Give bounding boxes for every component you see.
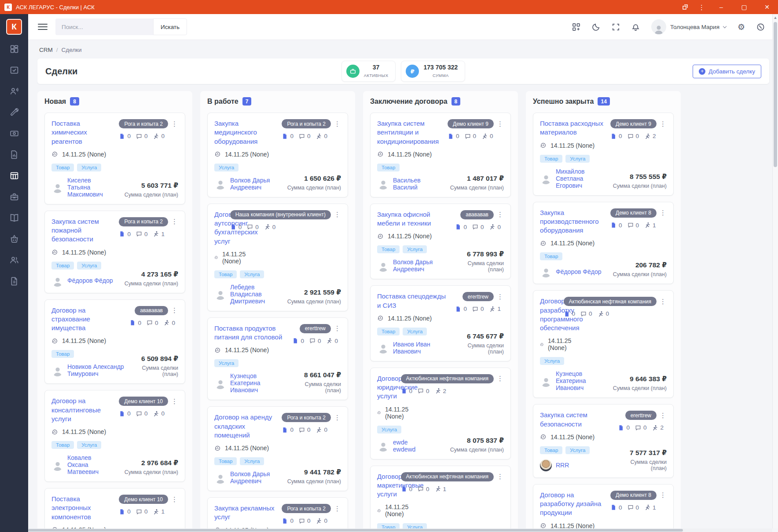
deal-card[interactable]: Закупка производственного оборудования 1… bbox=[533, 202, 674, 284]
card-menu-icon[interactable]: ⋮ bbox=[171, 306, 178, 314]
deal-card[interactable]: Поставка продуктов питания для столовой … bbox=[207, 317, 348, 401]
card-menu-icon[interactable]: ⋮ bbox=[659, 209, 667, 217]
settings-gear-icon[interactable]: ⚙ bbox=[738, 23, 745, 31]
deal-title-link[interactable]: Закупка систем вентиляции и кондициониро… bbox=[377, 119, 442, 146]
card-menu-icon[interactable]: ⋮ bbox=[334, 505, 341, 513]
deal-title-link[interactable]: Договор на аренду складских помещений bbox=[214, 413, 276, 440]
deal-title-link[interactable]: Закупка производственного оборудования bbox=[540, 208, 605, 235]
minimize-button[interactable]: – bbox=[715, 4, 728, 11]
deal-title-link[interactable]: Поставка спецодежды и СИЗ bbox=[377, 292, 450, 310]
fullscreen-icon[interactable] bbox=[612, 23, 620, 31]
horizontal-scrollbar[interactable] bbox=[28, 528, 772, 532]
card-menu-icon[interactable]: ⋮ bbox=[171, 120, 178, 128]
deal-card[interactable]: Закупка систем безопасности 14.11.25 (No… bbox=[533, 404, 674, 478]
assignee-link[interactable]: Новиков Александр Тимурович bbox=[67, 363, 124, 377]
card-menu-icon[interactable]: ⋮ bbox=[659, 412, 667, 419]
sidebar-item-people[interactable] bbox=[10, 255, 19, 265]
scroll-up-arrow[interactable]: ▲ bbox=[773, 14, 778, 20]
extensions-icon[interactable] bbox=[682, 4, 689, 11]
vertical-scroll-thumb[interactable] bbox=[774, 22, 777, 167]
deal-card[interactable]: Договор на аренду складских помещений 14… bbox=[207, 406, 348, 491]
deal-card[interactable]: Договор на юридические услуги 14.11.25 (… bbox=[370, 368, 511, 459]
deal-title-link[interactable]: Договор на консалтинговые услуги bbox=[51, 397, 114, 423]
card-menu-icon[interactable]: ⋮ bbox=[171, 496, 178, 503]
card-menu-icon[interactable]: ⋮ bbox=[496, 375, 504, 383]
card-menu-icon[interactable]: ⋮ bbox=[171, 218, 178, 226]
card-menu-icon[interactable]: ⋮ bbox=[659, 298, 667, 306]
deal-card[interactable]: Договор на разработку дизайна продукции … bbox=[533, 484, 674, 532]
card-menu-icon[interactable]: ⋮ bbox=[334, 324, 341, 332]
assignee[interactable]: Новиков Александр Тимурович bbox=[51, 363, 124, 377]
card-menu-icon[interactable]: ⋮ bbox=[659, 491, 667, 499]
card-menu-icon[interactable]: ⋮ bbox=[496, 120, 504, 128]
deal-title-link[interactable]: Закупка систем пожарной безопасности bbox=[51, 217, 114, 244]
deal-card[interactable]: Договор на страхование имущества 14.11.2… bbox=[44, 299, 185, 384]
horizontal-scroll-thumb[interactable] bbox=[28, 529, 683, 532]
card-menu-icon[interactable]: ⋮ bbox=[659, 120, 667, 128]
deal-title-link[interactable]: Поставка продуктов питания для столовой bbox=[214, 324, 287, 342]
deal-card[interactable]: Поставка расходных материалов 14.11.25 (… bbox=[533, 113, 674, 196]
close-button[interactable]: ✕ bbox=[760, 4, 774, 11]
deal-title-link[interactable]: Договор на страхование имущества bbox=[51, 306, 124, 333]
browser-menu-icon[interactable]: ⋮ bbox=[698, 4, 705, 11]
sidebar-item-library[interactable] bbox=[10, 213, 19, 222]
dark-mode-moon-icon[interactable] bbox=[592, 23, 600, 31]
add-deal-button[interactable]: + Добавить сделку bbox=[693, 65, 761, 78]
deal-title-link[interactable]: Договор на разработку дизайна продукции bbox=[540, 491, 605, 517]
assignee[interactable]: Михайлов Светлана Егорович bbox=[540, 168, 605, 189]
assignee-link[interactable]: Васильев Василий bbox=[393, 177, 442, 191]
user-menu[interactable]: Толонцева Мария bbox=[651, 19, 726, 34]
assignee[interactable]: Волков Дарья Андреевич bbox=[377, 259, 450, 273]
deal-card[interactable]: Закупка систем вентиляции и кондициониро… bbox=[370, 113, 511, 197]
sidebar-item-payments[interactable] bbox=[10, 129, 19, 138]
breadcrumb-root[interactable]: CRM bbox=[39, 47, 53, 53]
assignee-link[interactable]: Ковалев Оксана Матвеевич bbox=[67, 454, 114, 475]
deal-title-link[interactable]: Закупка рекламных услуг bbox=[214, 504, 276, 522]
deal-card[interactable]: Закупка медицинского оборудования 14.11.… bbox=[207, 113, 348, 197]
sidebar-item-cases[interactable] bbox=[10, 192, 19, 201]
sidebar-item-reports[interactable] bbox=[10, 150, 19, 159]
assignee[interactable]: Ковалев Оксана Матвеевич bbox=[51, 454, 114, 475]
assignee-link[interactable]: RRR bbox=[556, 462, 569, 469]
app-logo[interactable]: К bbox=[6, 19, 22, 35]
deal-card[interactable]: Договор на аутсорсинг бухгалтерских услу… bbox=[207, 204, 348, 311]
assignee-link[interactable]: Волков Дарья Андреевич bbox=[230, 470, 276, 485]
assignee[interactable]: Фёдоров Фёдор bbox=[51, 275, 113, 287]
maximize-button[interactable]: ▢ bbox=[738, 4, 751, 11]
card-menu-icon[interactable]: ⋮ bbox=[496, 293, 504, 301]
notifications-bell-icon[interactable] bbox=[631, 23, 640, 31]
card-menu-icon[interactable]: ⋮ bbox=[334, 120, 341, 128]
sidebar-item-clients[interactable] bbox=[10, 87, 19, 96]
assignee-link[interactable]: Иванов Иван Иванович bbox=[393, 341, 450, 355]
deal-title-link[interactable]: Закупка систем безопасности bbox=[540, 411, 613, 429]
sidebar-item-documents[interactable] bbox=[10, 277, 19, 286]
deal-title-link[interactable]: Закупка офисной мебели и техники bbox=[377, 210, 450, 228]
card-menu-icon[interactable]: ⋮ bbox=[334, 211, 341, 219]
deal-card[interactable]: Поставка электронных компонентов 14.11.2… bbox=[44, 488, 185, 532]
assignee-link[interactable]: Волков Дарья Андреевич bbox=[393, 259, 450, 273]
sidebar-item-tasks[interactable] bbox=[10, 66, 19, 75]
card-menu-icon[interactable]: ⋮ bbox=[171, 397, 178, 405]
assignee[interactable]: Иванов Иван Иванович bbox=[377, 341, 450, 355]
assignee-link[interactable]: Фёдоров Фёдор bbox=[556, 268, 601, 275]
vertical-scrollbar[interactable]: ▲ bbox=[772, 14, 778, 528]
assignee[interactable]: RRR bbox=[540, 459, 569, 471]
search-button[interactable]: Искать bbox=[153, 18, 187, 35]
card-menu-icon[interactable]: ⋮ bbox=[334, 414, 341, 422]
deal-card[interactable]: Поставка спецодежды и СИЗ 14.11.25 (None… bbox=[370, 285, 511, 361]
circle-slash-icon[interactable] bbox=[756, 23, 765, 31]
deal-title-link[interactable]: Поставка электронных компонентов bbox=[51, 495, 114, 521]
assignee-link[interactable]: Фёдоров Фёдор bbox=[67, 277, 113, 284]
sidebar-item-purchases[interactable] bbox=[10, 234, 19, 244]
sidebar-item-kanban[interactable] bbox=[10, 171, 19, 180]
deal-card[interactable]: Договор на разработку программного обесп… bbox=[533, 290, 674, 398]
deal-title-link[interactable]: Закупка медицинского оборудования bbox=[214, 119, 276, 146]
assignee[interactable]: Волков Дарья Андреевич bbox=[214, 470, 276, 485]
deal-card[interactable]: Закупка рекламных услуг 14.11.25 (None) … bbox=[207, 497, 348, 532]
assignee-link[interactable]: Киселев Татьяна Максимович bbox=[67, 177, 114, 198]
assignee[interactable]: Фёдоров Фёдор bbox=[540, 266, 601, 277]
deal-title-link[interactable]: Поставка химических реагентов bbox=[51, 119, 114, 146]
assignee[interactable]: Васильев Василий bbox=[377, 177, 442, 191]
deal-card[interactable]: Договор на консалтинговые услуги 14.11.2… bbox=[44, 390, 185, 482]
deal-card[interactable]: Закупка офисной мебели и техники 14.11.2… bbox=[370, 204, 511, 280]
